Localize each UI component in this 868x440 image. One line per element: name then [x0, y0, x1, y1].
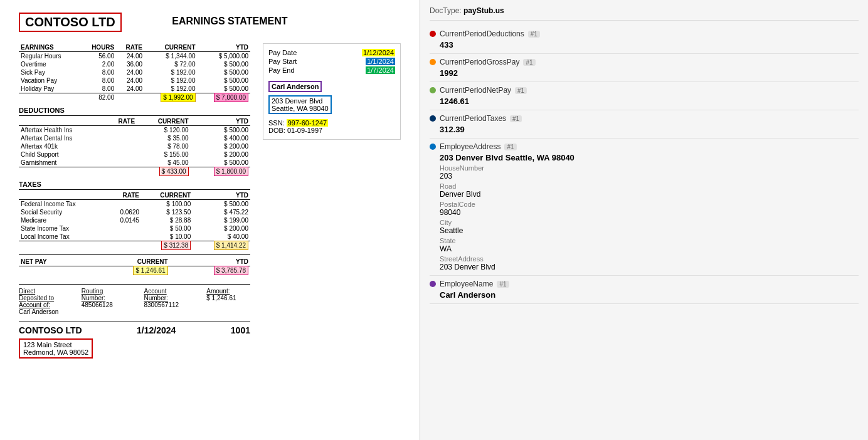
table-row: Regular Hours 56.00 24.00 $ 1,344.00 $ 5… — [19, 52, 250, 61]
netpay-table: NET PAY CURRENT YTD $ 1,246.61 $ 3,785.7… — [19, 258, 250, 275]
footer-section: CONTOSO LTD 1/12/2024 1001 — [19, 322, 250, 335]
field-employee-address: EmployeeAddress #1 203 Denver Blvd Seatt… — [430, 139, 859, 276]
earnings-col-header: EARNINGS — [19, 43, 80, 52]
table-row: Holiday Pay 8.00 24.00 $ 192.00 $ 500.00 — [19, 85, 250, 93]
sub-field-state: State WA — [440, 237, 859, 253]
field-value: Carl Anderson — [440, 290, 859, 300]
dot-icon — [430, 144, 436, 150]
taxes-total-row: $ 312.38 $ 1,414.22 — [19, 241, 250, 250]
dot-icon — [430, 31, 436, 37]
earnings-table: EARNINGS HOURS RATE CURRENT YTD Regular … — [19, 43, 250, 102]
sub-field-city: City Seattle — [440, 219, 859, 235]
table-row: Vacation Pay 8.00 24.00 $ 192.00 $ 500.0… — [19, 76, 250, 85]
table-row: Local Income Tax $ 10.00 $ 40.00 — [19, 233, 250, 241]
doctype-label: DocType: — [430, 6, 463, 15]
table-row: Social Security 0.0620 $ 123.50 $ 475.22 — [19, 208, 250, 216]
field-current-period-deductions: CurrentPeriodDeductions #1 433 — [430, 26, 859, 54]
field-badge: #1 — [497, 281, 509, 288]
earnings-title: EARNINGS STATEMENT — [122, 16, 338, 27]
dot-icon — [430, 59, 436, 65]
doctype-value: payStub.us — [463, 6, 504, 15]
employee-name-box: Carl Anderson — [268, 81, 322, 92]
deductions-total-row: $ 433.00 $ 1,800.00 — [19, 167, 250, 176]
field-value: 1992 — [440, 68, 859, 78]
hours-col-header: HOURS — [80, 43, 116, 52]
ytd-col-header: YTD — [198, 43, 251, 52]
pay-start-value: 1/1/2024 — [366, 58, 395, 65]
earnings-total-row: 82.00 $ 1,992.00 $ 7,000.00 — [19, 93, 250, 102]
field-label: EmployeeAddress — [440, 142, 500, 151]
data-panel: DocType: payStub.us CurrentPeriodDeducti… — [420, 0, 868, 440]
account-number: Account Number: 8300567112 — [144, 288, 188, 315]
field-badge: #1 — [504, 144, 516, 150]
field-badge: #1 — [510, 115, 522, 122]
ssn-value: 997-60-1247 — [287, 119, 328, 127]
dot-icon — [430, 115, 436, 122]
company-name: CONTOSO LTD — [19, 13, 122, 32]
deductions-table: RATE CURRENT YTD Aftertax Health Ins $ 1… — [19, 117, 250, 175]
deductions-header: DEDUCTIONS — [19, 107, 250, 116]
table-row: Federal Income Tax $ 100.00 $ 500.00 — [19, 200, 250, 209]
netpay-row: $ 1,246.61 $ 3,785.78 — [19, 266, 250, 275]
dot-icon — [430, 281, 436, 287]
field-badge: #1 — [528, 31, 540, 38]
routing-number: Routing Number: 485066128 — [82, 288, 125, 315]
field-value: 1246.61 — [440, 97, 859, 106]
sub-field-street-address: StreetAddress 203 Denver Blvd — [440, 255, 859, 271]
rate-col-header: RATE — [116, 43, 144, 52]
deposited-to: Direct Deposited to Account of: Carl And… — [19, 288, 63, 315]
doctype-row: DocType: payStub.us — [430, 6, 859, 21]
table-row: Aftertax Health Ins $ 120.00 $ 500.00 — [19, 126, 250, 135]
table-row: Aftertax Dental Ins $ 35.00 $ 400.00 — [19, 134, 250, 142]
field-label: CurrentPeriodTaxes — [440, 114, 506, 123]
field-value: 312.39 — [440, 125, 859, 134]
pay-date-value: 1/12/2024 — [362, 49, 395, 56]
table-row: Overtime 2.00 36.00 $ 72.00 $ 500.00 — [19, 60, 250, 68]
deposit-amount: Amount: $ 1,246.61 — [206, 288, 250, 315]
table-row: State Income Tax $ 50.00 $ 200.00 — [19, 224, 250, 233]
field-current-period-gross-pay: CurrentPeriodGrossPay #1 1992 — [430, 54, 859, 82]
netpay-section: NET PAY CURRENT YTD $ 1,246.61 $ 3,785.7… — [19, 254, 250, 275]
paystub-info: Pay Date 1/12/2024 Pay Start 1/1/2024 Pa… — [263, 43, 401, 359]
field-value: 203 Denver Blvd Seattle, WA 98040 — [440, 153, 859, 162]
document-panel: CONTOSO LTD EARNINGS STATEMENT EARNINGS … — [0, 0, 420, 440]
field-label: CurrentPeriodNetPay — [440, 86, 511, 95]
table-row: Child Support $ 155.00 $ 200.00 — [19, 150, 250, 159]
field-label: CurrentPeriodGrossPay — [440, 58, 519, 66]
employee-address-box: 203 Denver Blvd Seattle, WA 98040 — [268, 95, 332, 114]
field-badge: #1 — [515, 87, 527, 94]
field-label: CurrentPeriodDeductions — [440, 29, 524, 38]
taxes-header: TAXES — [19, 181, 250, 190]
footer-date: 1/12/2024 — [137, 325, 176, 335]
table-row: Aftertax 401k $ 78.00 $ 200.00 — [19, 142, 250, 150]
direct-deposit-section: Direct Deposited to Account of: Carl And… — [19, 284, 250, 315]
table-row: Garnishment $ 45.00 $ 500.00 — [19, 159, 250, 167]
field-current-period-net-pay: CurrentPeriodNetPay #1 1246.61 — [430, 82, 859, 110]
sub-field-house-number: HouseNumber 203 — [440, 164, 859, 181]
table-row: Sick Pay 8.00 24.00 $ 192.00 $ 500.00 — [19, 68, 250, 76]
field-employee-name: EmployeeName #1 Carl Anderson — [430, 276, 859, 304]
sub-field-postal-code: PostalCode 98040 — [440, 201, 859, 217]
table-row: Medicare 0.0145 $ 28.88 $ 199.00 — [19, 216, 250, 224]
field-badge: #1 — [523, 59, 535, 66]
pay-end-value: 1/7/2024 — [366, 66, 395, 74]
dot-icon — [430, 87, 436, 93]
paystub-dates-box: Pay Date 1/12/2024 Pay Start 1/1/2024 Pa… — [263, 43, 401, 140]
sub-field-road: Road Denver Blvd — [440, 182, 859, 199]
field-value: 433 — [440, 40, 859, 50]
current-col-header: CURRENT — [144, 43, 197, 52]
field-current-period-taxes: CurrentPeriodTaxes #1 312.39 — [430, 110, 859, 139]
footer-company: CONTOSO LTD — [19, 325, 82, 335]
field-label: EmployeeName — [440, 280, 493, 288]
taxes-table: RATE CURRENT YTD Federal Income Tax $ 10… — [19, 191, 250, 249]
footer-address: 123 Main Street Redmond, WA 98052 — [19, 335, 250, 359]
footer-check-number: 1001 — [231, 325, 250, 335]
